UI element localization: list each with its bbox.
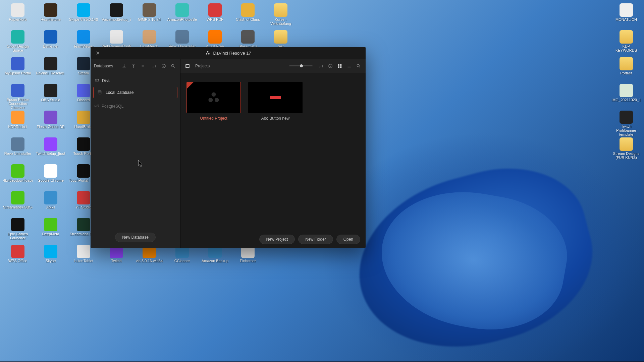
desktop-icon-label: WPS Office [8, 259, 28, 263]
app-icon [11, 191, 24, 204]
desktop-icon[interactable]: Epic Games Launcher [3, 217, 33, 243]
app-icon [11, 3, 24, 17]
desktop-icon[interactable]: Revo Uninstaller [3, 137, 33, 163]
desktop-icon[interactable]: Epson Printer Connection Checker [3, 83, 33, 109]
postgresql-section-header[interactable]: PostgreSQL [93, 102, 177, 111]
db-import-icon[interactable] [120, 62, 128, 70]
desktop-icon[interactable]: AmazonPhotosSetup [167, 3, 197, 29]
desktop-icon-label: MONATLICH [615, 17, 637, 21]
desktop-icon[interactable]: KDPRocket [3, 110, 33, 136]
svg-point-0 [207, 51, 208, 53]
sort-icon[interactable] [151, 62, 158, 70]
app-icon [241, 3, 255, 17]
desktop-icon[interactable]: TwitchSetup_[tusher... [36, 137, 66, 163]
desktop-icon-label: Papierkorb [9, 17, 26, 21]
app-icon [77, 218, 90, 231]
desktop-icon[interactable]: Google Chrome [36, 164, 66, 190]
app-icon [175, 30, 189, 44]
search-projects-icon[interactable] [355, 62, 362, 70]
desktop-icon[interactable]: 📁KDP KEYWORDS [611, 29, 641, 56]
list-view-icon[interactable] [345, 62, 353, 70]
sidebar-footer: New Database [93, 229, 177, 245]
app-icon [77, 57, 90, 70]
desktop-icon-label: Twitch Profilbanner template [611, 124, 641, 136]
thumbnail-size-slider[interactable] [289, 65, 313, 66]
new-project-button[interactable]: New Project [259, 235, 295, 244]
search-icon[interactable] [169, 62, 177, 70]
app-icon [241, 30, 255, 44]
desktop-icon[interactable]: DaVinci_Resolve_16... [36, 56, 66, 82]
app-icon [44, 191, 57, 204]
desktop-icon-label: Cricut Design Space [3, 44, 33, 52]
desktop-icon[interactable]: Hearthstone [36, 3, 66, 29]
app-icon [175, 3, 189, 17]
desktop-icon[interactable]: Clash of Clans [233, 3, 263, 29]
close-button[interactable]: ✕ [95, 50, 101, 56]
desktop-icon[interactable]: Cricut Design Space [3, 29, 33, 56]
close-icon: ✕ [96, 50, 100, 56]
svg-rect-8 [340, 64, 341, 65]
svg-point-15 [212, 92, 216, 97]
desktop-icon-label: 4kvideodownloader... [3, 178, 33, 182]
desktop-icon[interactable]: 📁Kurse - Verknüpfung [266, 3, 296, 29]
desktop-icon[interactable]: OBS Studio [36, 83, 66, 109]
desktop-icon-label: DeepMeta [42, 232, 59, 236]
davinci-placeholder-icon [206, 90, 221, 105]
desktop-icon-label: Stream Designs (FÜR KURS) [611, 152, 641, 160]
grid-view-icon[interactable] [336, 62, 343, 70]
app-icon [44, 3, 57, 17]
desktop-icon[interactable]: VoicemodSetup_2.1... [101, 3, 131, 29]
database-icon [97, 90, 102, 95]
desktop-icon-label: Fiesta Online DE [37, 125, 64, 129]
desktop-icon[interactable]: Skype-8.75.0.140 [68, 3, 99, 29]
sort-projects-icon[interactable] [317, 62, 325, 70]
taskbar[interactable] [0, 361, 644, 362]
desktop-icon-label: GIMP 2.10.24 [138, 17, 161, 21]
app-icon [77, 84, 90, 97]
new-folder-button[interactable]: New Folder [298, 235, 333, 244]
desktop-icon[interactable]: Battle.net [36, 29, 66, 56]
desktop-icon[interactable]: 📁Portrait [611, 56, 641, 82]
sidebar-toggle-icon[interactable] [184, 62, 191, 70]
database-item-local[interactable]: Local Database [93, 87, 177, 98]
project-card[interactable]: Untitled Project [186, 82, 241, 121]
toolbar-left: Databases [91, 59, 180, 73]
desktop-icon[interactable]: WPS Office [3, 244, 33, 270]
desktop-icon[interactable]: Xpiks [36, 190, 66, 217]
desktop-icon[interactable]: WPS PDF [200, 3, 230, 29]
new-database-button[interactable]: New Database [115, 233, 156, 242]
desktop-icon-label: KDPRocket [8, 125, 28, 129]
app-icon [44, 111, 57, 124]
desktop-icon[interactable]: DeepMeta [36, 217, 66, 243]
desktop-icon-label: OBS Studio [41, 98, 60, 102]
project-name: Abo Button new [248, 116, 303, 121]
desktop-icon-label: KDP KEYWORDS [611, 44, 641, 52]
desktop-icon[interactable]: Skype [36, 244, 66, 270]
db-export-icon[interactable] [130, 62, 137, 70]
disk-icon [95, 78, 99, 83]
app-icon [44, 30, 57, 44]
db-connect-icon[interactable] [139, 62, 147, 70]
project-card[interactable]: Abo Button new [248, 82, 303, 121]
project-info-icon[interactable] [327, 62, 334, 70]
open-button[interactable]: Open [336, 235, 360, 244]
app-icon [44, 84, 57, 97]
project-name: Untitled Project [186, 116, 241, 121]
info-icon[interactable] [160, 62, 167, 70]
desktop-icon[interactable]: Papierkorb [3, 3, 33, 29]
desktop-icon[interactable]: Fiesta Online DE [36, 110, 66, 136]
desktop-icon[interactable]: MyEpson Portal [3, 56, 33, 82]
disk-section-header[interactable]: Disk [93, 76, 177, 85]
app-icon [11, 84, 24, 97]
desktop-icon[interactable]: Streamlabs+OBS+S... [3, 190, 33, 217]
desktop-icon-label: IMG_20211020_114031 [611, 98, 641, 102]
desktop-icon[interactable]: Twitch Profilbanner template [611, 110, 641, 136]
desktop-icon[interactable]: IMG_20211020_114031 [611, 83, 641, 109]
desktop-icon-label: Streamlabs+OBS+S... [3, 205, 33, 209]
desktop-icon[interactable]: 📁Stream Designs (FÜR KURS) [611, 137, 641, 163]
desktop-icon[interactable]: 4kvideodownloader... [3, 164, 33, 190]
desktop-icon[interactable]: GIMP 2.10.24 [134, 3, 164, 29]
database-name: Local Database [106, 90, 133, 95]
desktop-icon[interactable]: MONATLICH [611, 3, 641, 29]
svg-rect-12 [95, 79, 99, 81]
